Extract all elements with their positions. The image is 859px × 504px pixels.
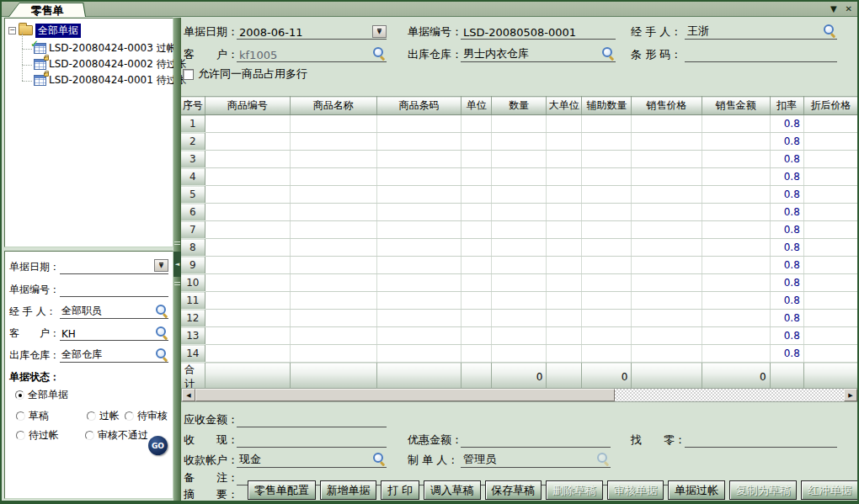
filter-warehouse-input[interactable]: 全部仓库: [60, 348, 168, 363]
scroll-right-icon[interactable]: ▶: [844, 389, 857, 401]
row-number-cell[interactable]: 1: [181, 115, 205, 133]
empty-cell[interactable]: [376, 345, 461, 363]
close-icon[interactable]: ✕: [846, 3, 852, 14]
radio-icon[interactable]: [16, 411, 25, 421]
document-number-input[interactable]: LSD-20080508-0001: [461, 24, 616, 40]
post-document-button[interactable]: 单据过帐: [668, 480, 725, 500]
discount-rate-cell[interactable]: 0.8: [770, 133, 803, 151]
empty-cell[interactable]: [582, 168, 632, 186]
empty-cell[interactable]: [547, 345, 582, 363]
empty-cell[interactable]: [702, 292, 770, 310]
empty-cell[interactable]: [205, 274, 290, 292]
new-document-button[interactable]: 新增单据: [320, 480, 377, 500]
warehouse-input[interactable]: 男士内衣仓库: [461, 46, 616, 62]
radio-icon[interactable]: [15, 390, 24, 400]
empty-cell[interactable]: [205, 239, 290, 257]
column-header[interactable]: 辅助数量: [582, 97, 632, 115]
date-dropdown-icon[interactable]: ▼: [372, 25, 387, 38]
tree-item-document[interactable]: LSD-20080424-0001 待过帐: [20, 72, 187, 88]
column-header[interactable]: 扣率: [770, 97, 803, 115]
empty-cell[interactable]: [376, 115, 461, 133]
empty-cell[interactable]: [205, 151, 290, 168]
empty-cell[interactable]: [205, 186, 290, 204]
empty-cell[interactable]: [702, 133, 770, 151]
radio-icon[interactable]: [125, 411, 134, 421]
change-input[interactable]: [685, 432, 837, 448]
empty-cell[interactable]: [582, 310, 632, 327]
empty-cell[interactable]: [803, 274, 857, 292]
status-radio-option[interactable]: 待审核: [125, 409, 168, 423]
empty-cell[interactable]: [547, 186, 582, 204]
empty-cell[interactable]: [547, 327, 582, 345]
empty-cell[interactable]: [376, 151, 461, 168]
empty-cell[interactable]: [492, 151, 547, 168]
column-header[interactable]: 大单位: [547, 97, 582, 115]
filter-customer-input[interactable]: KH: [60, 326, 168, 341]
empty-cell[interactable]: [376, 239, 461, 257]
empty-cell[interactable]: [632, 257, 702, 274]
discount-rate-cell[interactable]: 0.8: [770, 274, 803, 292]
empty-cell[interactable]: [803, 327, 857, 345]
empty-cell[interactable]: [632, 274, 702, 292]
empty-cell[interactable]: [632, 345, 702, 363]
empty-cell[interactable]: [632, 327, 702, 345]
empty-cell[interactable]: [632, 186, 702, 204]
column-header[interactable]: 单位: [462, 97, 492, 115]
empty-cell[interactable]: [376, 257, 461, 274]
empty-cell[interactable]: [290, 345, 376, 363]
discount-amount-input[interactable]: [461, 432, 611, 448]
empty-cell[interactable]: [462, 168, 492, 186]
empty-cell[interactable]: [582, 239, 632, 257]
table-horizontal-scrollbar[interactable]: ◀ ▶: [181, 388, 858, 402]
empty-cell[interactable]: [376, 204, 461, 221]
discount-rate-cell[interactable]: 0.8: [770, 310, 803, 327]
empty-cell[interactable]: [547, 168, 582, 186]
row-number-cell[interactable]: 3: [181, 151, 205, 168]
status-radio-option[interactable]: 待过帐: [16, 428, 59, 443]
empty-cell[interactable]: [462, 257, 492, 274]
table-row[interactable]: 80.8: [181, 239, 858, 257]
table-row[interactable]: 20.8: [181, 133, 858, 151]
discount-rate-cell[interactable]: 0.8: [770, 327, 803, 345]
row-number-cell[interactable]: 9: [181, 257, 205, 274]
discount-rate-cell[interactable]: 0.8: [770, 292, 803, 310]
discount-rate-cell[interactable]: 0.8: [770, 151, 803, 168]
tree-collapse-icon[interactable]: [8, 27, 16, 34]
empty-cell[interactable]: [547, 204, 582, 221]
account-input[interactable]: 现金: [237, 452, 387, 468]
empty-cell[interactable]: [803, 292, 857, 310]
discount-rate-cell[interactable]: 0.8: [770, 239, 803, 257]
table-row[interactable]: 10.8: [181, 115, 858, 133]
status-radio-option[interactable]: 审核不通过: [85, 428, 148, 443]
status-radio-option[interactable]: 草稿: [16, 409, 49, 423]
column-header[interactable]: 序号: [181, 97, 205, 115]
maker-input[interactable]: 管理员: [461, 452, 611, 468]
row-number-cell[interactable]: 11: [181, 292, 205, 310]
empty-cell[interactable]: [376, 310, 461, 327]
column-header[interactable]: 销售价格: [632, 97, 702, 115]
search-icon[interactable]: [155, 305, 168, 317]
allow-multirow-checkbox[interactable]: [183, 69, 194, 80]
empty-cell[interactable]: [376, 292, 461, 310]
status-radio-option[interactable]: 过帐: [87, 409, 120, 423]
empty-cell[interactable]: [492, 310, 547, 327]
empty-cell[interactable]: [632, 310, 702, 327]
row-number-cell[interactable]: 14: [181, 345, 205, 363]
empty-cell[interactable]: [582, 221, 632, 239]
empty-cell[interactable]: [582, 327, 632, 345]
empty-cell[interactable]: [547, 292, 582, 310]
customer-input[interactable]: kf1005: [237, 46, 387, 62]
empty-cell[interactable]: [547, 239, 582, 257]
empty-cell[interactable]: [702, 115, 770, 133]
discount-rate-cell[interactable]: 0.8: [770, 168, 803, 186]
print-button[interactable]: 打 印: [381, 480, 419, 500]
empty-cell[interactable]: [290, 221, 376, 239]
empty-cell[interactable]: [702, 345, 770, 363]
empty-cell[interactable]: [702, 186, 770, 204]
empty-cell[interactable]: [462, 115, 492, 133]
scroll-left-icon[interactable]: ◀: [182, 389, 195, 401]
empty-cell[interactable]: [582, 115, 632, 133]
empty-cell[interactable]: [702, 310, 770, 327]
filter-date-input[interactable]: ▼: [60, 260, 168, 274]
empty-cell[interactable]: [632, 133, 702, 151]
